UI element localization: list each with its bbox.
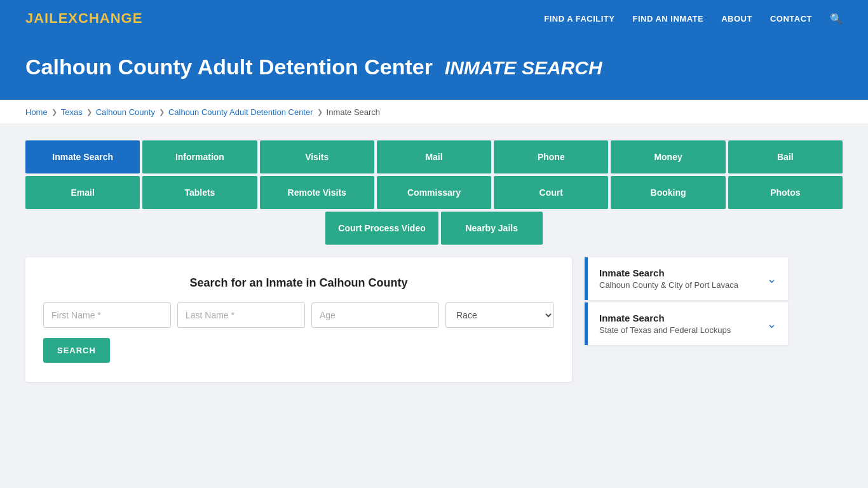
tab-phone[interactable]: Phone — [494, 140, 608, 173]
tab-money[interactable]: Money — [611, 140, 725, 173]
page-subtitle: INMATE SEARCH — [445, 57, 602, 78]
race-select[interactable]: RaceWhiteBlackHispanicAsianNative Americ… — [445, 302, 554, 328]
main-nav: FIND A FACILITY FIND AN INMATE ABOUT CON… — [544, 13, 843, 25]
tab-bail[interactable]: Bail — [728, 140, 843, 173]
tab-inmate-search[interactable]: Inmate Search — [25, 140, 140, 173]
breadcrumb-sep-1: ❯ — [51, 108, 57, 116]
tab-nearby-jails[interactable]: Nearby Jails — [441, 212, 543, 245]
search-icon[interactable]: 🔍 — [830, 13, 843, 25]
breadcrumb-texas[interactable]: Texas — [61, 107, 83, 117]
content-area: Search for an Inmate in Calhoun County R… — [25, 257, 843, 382]
breadcrumb-sep-4: ❯ — [317, 108, 323, 116]
tab-information[interactable]: Information — [142, 140, 257, 173]
nav-find-facility[interactable]: FIND A FACILITY — [544, 14, 614, 24]
breadcrumb: Home ❯ Texas ❯ Calhoun County ❯ Calhoun … — [0, 100, 868, 125]
sidebar-card-texas-title: Inmate Search — [599, 313, 731, 323]
chevron-down-icon: ⌄ — [767, 272, 776, 286]
nav-contact[interactable]: CONTACT — [770, 14, 812, 24]
search-form-title: Search for an Inmate in Calhoun County — [43, 276, 554, 290]
nav-about[interactable]: ABOUT — [721, 14, 752, 24]
search-button[interactable]: SEARCH — [43, 338, 110, 363]
tab-email[interactable]: Email — [25, 176, 140, 209]
page-title: Calhoun County Adult Detention Center IN… — [25, 55, 843, 79]
tab-mail[interactable]: Mail — [377, 140, 491, 173]
tabs-row-2: Email Tablets Remote Visits Commissary C… — [25, 176, 843, 209]
last-name-input[interactable] — [177, 302, 305, 328]
sidebar: Inmate Search Calhoun County & City of P… — [585, 257, 788, 348]
nav-find-inmate[interactable]: FIND AN INMATE — [632, 14, 703, 24]
sidebar-card-calhoun-subtitle: Calhoun County & City of Port Lavaca — [599, 280, 738, 290]
tabs-row-3: Court Process Video Nearby Jails — [25, 212, 843, 245]
sidebar-card-calhoun-text: Inmate Search Calhoun County & City of P… — [599, 268, 738, 290]
age-input[interactable] — [311, 302, 439, 328]
tab-booking[interactable]: Booking — [611, 176, 725, 209]
sidebar-card-calhoun-title: Inmate Search — [599, 268, 738, 278]
tab-remote-visits[interactable]: Remote Visits — [260, 176, 374, 209]
site-logo[interactable]: JAILEXCHANGE — [25, 10, 142, 27]
breadcrumb-current: Inmate Search — [327, 107, 381, 117]
site-header: JAILEXCHANGE FIND A FACILITY FIND AN INM… — [0, 0, 868, 37]
tab-court-process-video[interactable]: Court Process Video — [325, 212, 438, 245]
chevron-down-icon-2: ⌄ — [767, 317, 776, 331]
search-form-box: Search for an Inmate in Calhoun County R… — [25, 257, 572, 382]
sidebar-card-texas[interactable]: Inmate Search State of Texas and Federal… — [585, 302, 788, 345]
tab-tablets[interactable]: Tablets — [142, 176, 257, 209]
sidebar-card-texas-subtitle: State of Texas and Federal Lockups — [599, 325, 731, 335]
breadcrumb-sep-3: ❯ — [159, 108, 165, 116]
breadcrumb-facility[interactable]: Calhoun County Adult Detention Center — [168, 107, 313, 117]
first-name-input[interactable] — [43, 302, 171, 328]
tab-court[interactable]: Court — [494, 176, 608, 209]
breadcrumb-county[interactable]: Calhoun County — [96, 107, 155, 117]
breadcrumb-sep-2: ❯ — [86, 108, 92, 116]
tabs-row-1: Inmate Search Information Visits Mail Ph… — [25, 140, 843, 173]
main-content: Inmate Search Information Visits Mail Ph… — [0, 125, 868, 488]
form-row-names: RaceWhiteBlackHispanicAsianNative Americ… — [43, 302, 554, 328]
logo-jail: JAIL — [25, 10, 58, 26]
sidebar-card-texas-text: Inmate Search State of Texas and Federal… — [599, 313, 731, 335]
tab-photos[interactable]: Photos — [728, 176, 843, 209]
tab-commissary[interactable]: Commissary — [377, 176, 491, 209]
breadcrumb-home[interactable]: Home — [25, 107, 48, 117]
logo-exchange: EXCHANGE — [58, 10, 143, 26]
sidebar-card-calhoun[interactable]: Inmate Search Calhoun County & City of P… — [585, 257, 788, 300]
hero-section: Calhoun County Adult Detention Center IN… — [0, 37, 868, 100]
facility-name: Calhoun County Adult Detention Center — [25, 55, 433, 79]
tab-visits[interactable]: Visits — [260, 140, 374, 173]
